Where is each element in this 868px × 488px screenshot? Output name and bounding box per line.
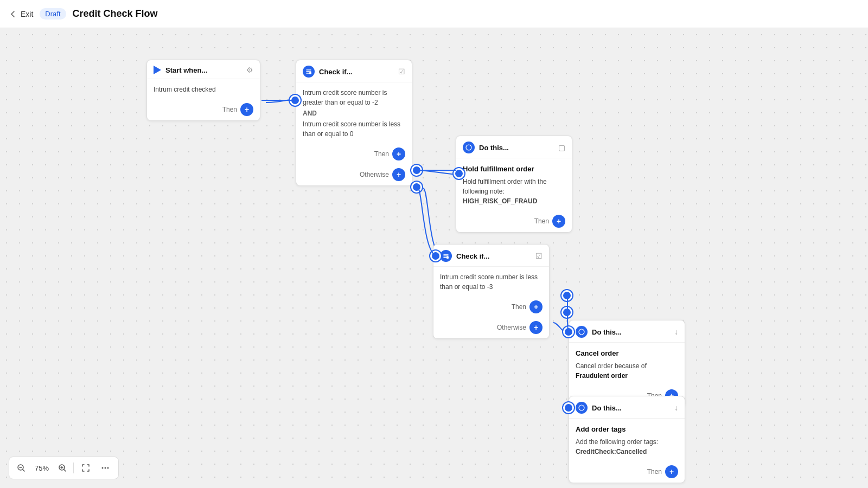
check-if-2-then-footer: Then +	[433, 297, 549, 318]
connector-dot-1	[290, 95, 301, 106]
do-this-1-then-add[interactable]: +	[552, 215, 565, 228]
do-this-2-settings[interactable]: ↓	[674, 328, 678, 336]
check-if-1-otherwise-footer: Otherwise +	[296, 165, 412, 185]
do-this-2-header: Do this... ↓	[569, 320, 685, 343]
connector-dot-2	[411, 165, 422, 176]
do-this-3-action-desc: Add the following order tags:	[576, 437, 678, 447]
do-this-3-action-title: Add order tags	[576, 424, 678, 435]
zoom-in-icon	[58, 464, 67, 472]
svg-point-1	[466, 145, 471, 150]
do-this-2-icon	[576, 326, 588, 338]
do-this-2-node: Do this... ↓ Cancel order Cancel order b…	[569, 320, 685, 407]
do-this-1-body: Hold fulfillment order Hold fulfillment …	[456, 158, 572, 211]
svg-rect-0	[309, 72, 311, 74]
do-this-2-action-desc: Cancel order because of Fraudulent order	[576, 361, 678, 381]
check-if-1-cond1: Intrum credit score number is greater th…	[303, 88, 405, 107]
do-this-1-action-desc: Hold fulfillment order with the followin…	[463, 177, 565, 196]
do-this-1-settings[interactable]: ▢	[558, 143, 565, 152]
do-this-3-icon	[576, 402, 588, 414]
do-this-1-icon	[463, 142, 475, 153]
connector-dot-6	[561, 290, 572, 301]
more-icon	[101, 464, 110, 472]
connector-dot-8	[563, 326, 574, 337]
check-if-2-node: Check if... ☑ Intrum credit score number…	[433, 244, 550, 339]
check-if-1-node: Check if... ☑ Intrum credit score number…	[296, 60, 412, 186]
do-this-3-action-value: CreditCheck:Cancelled	[576, 447, 678, 457]
check-if-2-body: Intrum credit score number is less than …	[433, 267, 549, 297]
svg-point-14	[105, 467, 106, 469]
check-if-1-settings[interactable]: ☑	[398, 67, 405, 76]
connector-dot-5	[430, 251, 441, 261]
check-if-1-then-add[interactable]: +	[392, 147, 405, 160]
check-if-2-settings[interactable]: ☑	[535, 252, 542, 260]
connector-dot-3	[411, 182, 422, 192]
do-this-3-then-label: Then	[647, 468, 662, 476]
flow-canvas: Start when... ⚙ Intrum credit checked Th…	[0, 28, 868, 488]
do-this-3-settings[interactable]: ↓	[674, 403, 678, 412]
start-add-button[interactable]: +	[240, 103, 253, 116]
toolbar-divider	[73, 463, 74, 473]
fit-button[interactable]	[78, 460, 93, 476]
start-node-footer: Then +	[147, 100, 260, 120]
fit-icon	[81, 464, 90, 472]
svg-line-10	[64, 470, 66, 472]
do-this-1-then-footer: Then +	[456, 211, 572, 232]
svg-point-15	[107, 467, 109, 469]
do-this-1-title: Do this...	[479, 144, 554, 152]
check-if-2-icon	[440, 250, 452, 262]
do-this-3-then-add[interactable]: +	[665, 465, 678, 478]
check-if-2-otherwise-footer: Otherwise +	[433, 318, 549, 338]
start-icon	[154, 66, 161, 74]
connector-dot-9	[563, 402, 574, 413]
connector-dot-4	[454, 168, 464, 179]
svg-rect-2	[446, 256, 449, 259]
check-if-1-title: Check if...	[319, 68, 394, 76]
check-if-1-cond2: Intrum credit score number is less than …	[303, 119, 405, 139]
check-if-2-header: Check if... ☑	[433, 245, 549, 267]
check-if-1-icon	[303, 66, 315, 78]
app-header: Exit Draft Credit Check Flow	[0, 0, 868, 28]
start-node-title: Start when...	[165, 66, 242, 74]
zoom-in-button[interactable]	[56, 461, 69, 474]
zoom-level-display: 75%	[32, 464, 52, 472]
do-this-1-node: Do this... ▢ Hold fulfillment order Hold…	[456, 136, 572, 233]
zoom-out-button[interactable]	[15, 461, 28, 474]
do-this-2-title: Do this...	[592, 328, 670, 336]
start-node-header: Start when... ⚙	[147, 60, 260, 79]
check-if-2-title: Check if...	[456, 252, 531, 260]
do-this-2-body: Cancel order Cancel order because of Fra…	[569, 343, 685, 386]
page-title: Credit Check Flow	[73, 8, 158, 20]
start-node: Start when... ⚙ Intrum credit checked Th…	[146, 60, 260, 121]
check-if-1-and: AND	[303, 107, 405, 119]
draft-badge: Draft	[40, 8, 66, 20]
exit-button[interactable]: Exit	[9, 10, 33, 18]
check-if-2-otherwise-add[interactable]: +	[529, 321, 542, 334]
zoom-toolbar: 75%	[9, 457, 119, 479]
do-this-3-header: Do this... ↓	[569, 396, 685, 419]
check-if-2-then-label: Then	[512, 303, 526, 311]
check-if-1-then-label: Then	[374, 150, 389, 158]
start-settings-icon[interactable]: ⚙	[246, 66, 253, 74]
check-if-2-then-add[interactable]: +	[529, 300, 542, 313]
check-if-1-otherwise-add[interactable]: +	[392, 168, 405, 181]
do-this-1-header: Do this... ▢	[456, 136, 572, 158]
svg-point-4	[579, 405, 584, 410]
start-then-label: Then	[222, 106, 237, 113]
check-if-2-cond: Intrum credit score number is less than …	[440, 272, 542, 292]
check-if-1-otherwise-label: Otherwise	[360, 171, 389, 178]
svg-point-13	[102, 467, 104, 469]
do-this-3-then-footer: Then +	[569, 462, 685, 483]
exit-icon	[9, 10, 17, 18]
more-button[interactable]	[98, 460, 113, 476]
zoom-out-icon	[17, 464, 25, 472]
do-this-3-body: Add order tags Add the following order t…	[569, 419, 685, 462]
do-this-1-action-title: Hold fulfillment order	[463, 164, 565, 175]
do-this-3-node: Do this... ↓ Add order tags Add the foll…	[569, 396, 685, 483]
check-if-1-header: Check if... ☑	[296, 60, 412, 82]
do-this-2-action-title: Cancel order	[576, 348, 678, 359]
do-this-3-title: Do this...	[592, 404, 670, 412]
svg-line-7	[23, 470, 25, 472]
exit-label: Exit	[21, 10, 33, 18]
svg-point-3	[579, 329, 584, 335]
do-this-1-action-value: HIGH_RISK_OF_FRAUD	[463, 196, 565, 206]
